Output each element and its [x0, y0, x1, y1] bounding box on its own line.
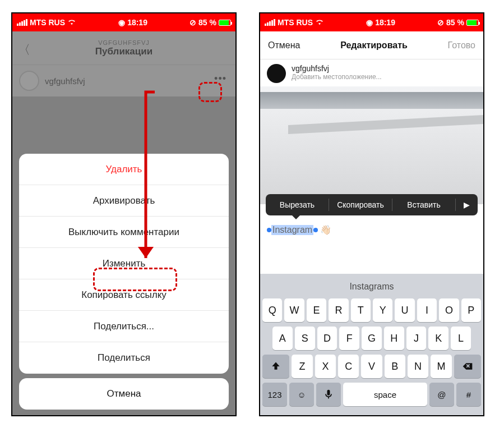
key-b[interactable]: B	[385, 355, 405, 378]
text-context-menu: Вырезать Скопировать Вставить ▶	[266, 194, 478, 215]
edit-header: vgfguhfsfvj Добавить местоположение...	[260, 59, 483, 86]
carrier-label: MTS RUS	[30, 18, 65, 27]
action-sheet: Удалить Архивировать Выключить комментар…	[19, 154, 229, 410]
avatar[interactable]	[267, 64, 286, 83]
key-shift[interactable]	[262, 355, 289, 378]
key-i[interactable]: I	[417, 298, 437, 322]
wifi-icon	[315, 18, 324, 27]
selection-handle-end[interactable]	[313, 228, 318, 232]
username-label[interactable]: vgfguhfsfvj	[292, 64, 382, 73]
battery-percent: 85 %	[446, 18, 464, 27]
keyboard-row-2: A S D F G H J K L	[262, 327, 481, 350]
ctx-paste[interactable]: Вставить	[392, 200, 455, 209]
key-a[interactable]: A	[272, 327, 293, 350]
nav-bar: Отмена Редактировать Готово	[260, 31, 483, 59]
key-d[interactable]: D	[317, 327, 337, 350]
key-o[interactable]: O	[439, 298, 459, 322]
sheet-share-2[interactable]: Поделиться	[19, 342, 229, 374]
signal-bars-icon	[17, 19, 27, 26]
carrier-label: MTS RUS	[278, 18, 313, 27]
key-r[interactable]: R	[329, 298, 348, 322]
key-z[interactable]: Z	[292, 355, 312, 378]
sheet-delete[interactable]: Удалить	[19, 154, 229, 185]
sheet-mute-comments[interactable]: Выключить комментарии	[19, 217, 229, 248]
key-q[interactable]: Q	[262, 298, 282, 322]
key-n[interactable]: N	[408, 355, 428, 378]
phone-left: MTS RUS ◉ 18:19 ⊘ 85 % 〈 VGFGUHFSFVJ Пуб…	[11, 12, 237, 416]
key-e[interactable]: E	[307, 298, 326, 322]
ctx-copy[interactable]: Скопировать	[329, 200, 392, 209]
status-bar: MTS RUS ◉ 18:19 ⊘ 85 %	[260, 13, 483, 31]
key-mic[interactable]	[316, 383, 341, 406]
key-123[interactable]: 123	[262, 383, 287, 406]
recording-icon: ◉	[118, 18, 125, 27]
key-f[interactable]: F	[339, 327, 359, 350]
caption-selected-text: Instagram	[271, 225, 313, 235]
battery-percent: 85 %	[198, 18, 216, 27]
key-space[interactable]: space	[343, 383, 427, 406]
key-m[interactable]: M	[431, 355, 451, 378]
alarm-icon: ⊘	[189, 18, 196, 27]
key-at[interactable]: @	[429, 383, 454, 406]
nav-title: Редактировать	[340, 40, 408, 50]
key-p[interactable]: P	[461, 298, 481, 322]
key-emoji[interactable]: ☺	[289, 383, 314, 406]
clock-label: 18:19	[375, 18, 395, 27]
add-location-button[interactable]: Добавить местоположение...	[292, 73, 382, 81]
selection-handle-start[interactable]	[267, 228, 271, 232]
nav-done[interactable]: Готово	[448, 40, 475, 50]
sheet-cancel[interactable]: Отмена	[19, 378, 229, 410]
nav-cancel[interactable]: Отмена	[268, 40, 300, 50]
key-g[interactable]: G	[362, 327, 382, 350]
key-l[interactable]: L	[451, 327, 471, 350]
battery-icon	[466, 20, 479, 26]
battery-icon	[219, 20, 231, 26]
keyboard-row-1: Q W E R T Y U I O P	[262, 298, 481, 322]
recording-icon: ◉	[366, 18, 373, 27]
phone-right: MTS RUS ◉ 18:19 ⊘ 85 % Отмена Редактиров…	[259, 12, 484, 416]
alarm-icon: ⊘	[437, 18, 444, 27]
key-u[interactable]: U	[395, 298, 414, 322]
post-image	[260, 86, 483, 204]
caption-emoji: 👋🏻	[320, 224, 331, 235]
keyboard-row-3: Z X C V B N M	[262, 355, 481, 378]
key-s[interactable]: S	[295, 327, 315, 350]
sheet-share-1[interactable]: Поделиться...	[19, 311, 229, 342]
clock-label: 18:19	[127, 18, 147, 27]
key-backspace[interactable]	[454, 355, 481, 378]
key-c[interactable]: C	[338, 355, 359, 378]
key-j[interactable]: J	[406, 327, 427, 350]
ctx-more-arrow-icon[interactable]: ▶	[456, 200, 478, 209]
sheet-edit[interactable]: Изменить	[19, 248, 229, 279]
keyboard-suggestion[interactable]: Instagrams	[262, 277, 481, 298]
sheet-copy-link[interactable]: Копировать ссылку	[19, 279, 229, 311]
left-screen-content: 〈 VGFGUHFSFVJ Публикации vgfguhfsfvj •••…	[12, 31, 235, 415]
key-v[interactable]: V	[361, 355, 382, 378]
key-hash[interactable]: #	[456, 383, 481, 406]
key-k[interactable]: K	[428, 327, 448, 350]
signal-bars-icon	[265, 19, 275, 26]
sheet-archive[interactable]: Архивировать	[19, 185, 229, 217]
keyboard-row-bottom: 123 ☺ space @ #	[262, 383, 481, 406]
status-bar: MTS RUS ◉ 18:19 ⊘ 85 %	[12, 13, 235, 31]
key-h[interactable]: H	[384, 327, 404, 350]
key-x[interactable]: X	[315, 355, 336, 378]
keyboard: Instagrams Q W E R T Y U I O P A S D F G…	[260, 274, 483, 415]
key-w[interactable]: W	[284, 298, 304, 322]
key-t[interactable]: T	[351, 298, 371, 322]
ctx-cut[interactable]: Вырезать	[266, 200, 329, 209]
right-screen-content: Отмена Редактировать Готово vgfguhfsfvj …	[260, 31, 483, 415]
key-y[interactable]: Y	[373, 298, 392, 322]
wifi-icon	[67, 18, 76, 27]
